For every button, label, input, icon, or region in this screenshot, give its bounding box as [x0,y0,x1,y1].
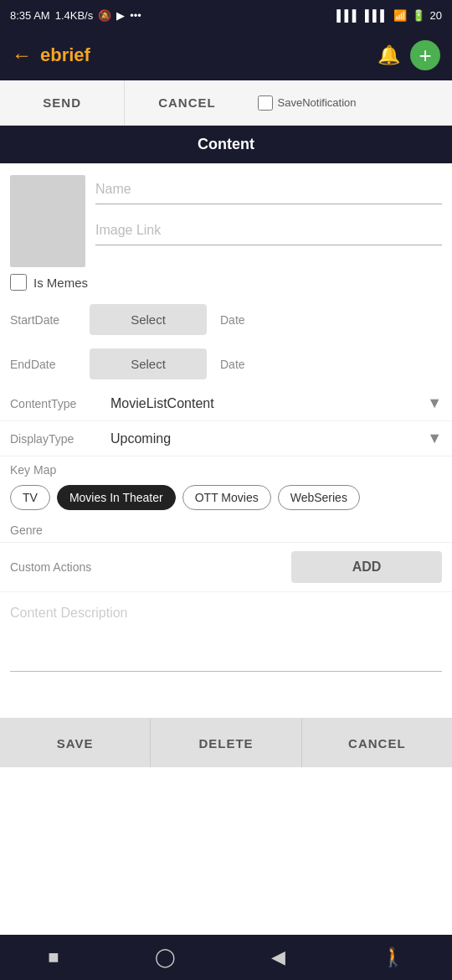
content-type-label: ContentType [10,397,110,410]
start-date-row: StartDate Select Date [0,297,452,342]
tag-chip-tv[interactable]: TV [10,485,50,510]
end-date-label: EndDate [10,358,81,371]
delete-button[interactable]: DELETE [151,719,301,767]
end-date-text: Date [220,358,245,371]
image-placeholder [10,175,85,267]
send-button[interactable]: SEND [0,80,125,126]
person-icon[interactable]: 🚶 [382,946,404,968]
content-type-row: ContentType MovieListContent ▼ [0,386,452,421]
youtube-icon: ▶ [116,9,125,22]
signal-icon2: ▌▌▌ [365,9,388,22]
start-date-text: Date [220,313,245,327]
content-type-arrow-icon: ▼ [427,395,442,412]
plus-icon: + [419,43,431,69]
time: 8:35 AM [10,9,50,22]
mute-icon: 🔕 [98,9,111,22]
content-description-underline [10,671,442,672]
battery-level: 20 [430,9,442,22]
genre-row: Genre [0,518,452,543]
fields-column [95,175,442,257]
form-area: Is Memes StartDate Select Date EndDate S… [0,163,452,693]
content-type-select[interactable]: MovieListContent [110,396,427,410]
wifi-icon: 📶 [393,9,407,22]
tag-chip-ott-movies[interactable]: OTT Movies [182,485,271,510]
add-action-button[interactable]: ADD [291,551,442,583]
stop-icon[interactable]: ■ [48,946,59,968]
app-bar: ← ebrief 🔔 + [0,30,452,80]
network-speed: 1.4KB/s [55,9,94,22]
display-type-label: DisplayType [10,432,110,446]
start-date-select-button[interactable]: Select [90,304,207,335]
back-nav-icon[interactable]: ◀ [271,946,285,968]
start-date-label: StartDate [10,313,81,327]
app-title: ebrief [40,44,367,66]
save-button[interactable]: SAVE [0,719,151,767]
bell-icon: 🔔 [378,44,400,65]
status-right: ▌▌▌ ▌▌▌ 📶 🔋 20 [336,9,442,22]
save-notification-label: SaveNotification [278,96,357,109]
tag-chip-web-series[interactable]: WebSeries [278,485,360,510]
save-notification-checkbox[interactable] [258,95,273,111]
status-bar: 8:35 AM 1.4KB/s 🔕 ▶ ••• ▌▌▌ ▌▌▌ 📶 🔋 20 [0,0,452,30]
nav-bar: ■ ◯ ◀ 🚶 [0,935,452,980]
end-date-select-button[interactable]: Select [90,348,207,379]
display-type-select[interactable]: Upcoming [110,431,427,446]
more-icon: ••• [130,9,141,22]
content-title: Content [198,136,254,152]
signal-icon: ▌▌▌ [336,9,360,22]
image-link-input[interactable] [95,216,442,245]
battery-icon: 🔋 [412,9,425,22]
add-circle-icon: + [410,40,440,70]
content-header: Content [0,126,452,163]
tag-chip-movies-in-theater[interactable]: Movies In Theater [57,485,176,510]
content-description-placeholder: Content Description [10,606,128,620]
is-memes-row: Is Memes [0,267,452,297]
bottom-action-bar: SAVE DELETE CANCEL [0,718,452,767]
back-button[interactable]: ← [12,44,32,67]
status-left: 8:35 AM 1.4KB/s 🔕 ▶ ••• [10,9,141,22]
key-map-label: Key Map [0,456,452,480]
notification-button[interactable]: 🔔 [378,44,400,66]
top-cancel-button[interactable]: CANCEL [125,80,249,126]
top-action-bar: SEND CANCEL SaveNotification [0,80,452,126]
save-notification-row: SaveNotification [249,95,452,111]
custom-actions-row: Custom Actions ADD [0,543,452,592]
end-date-row: EndDate Select Date [0,342,452,386]
custom-actions-label: Custom Actions [10,560,291,574]
image-name-row [0,163,452,267]
is-memes-checkbox[interactable] [10,274,27,291]
tags-row: TVMovies In TheaterOTT MoviesWebSeries [0,480,452,518]
display-type-arrow-icon: ▼ [427,430,442,447]
is-memes-label: Is Memes [33,276,88,290]
content-description-area: Content Description [0,592,452,693]
cancel-button[interactable]: CANCEL [302,719,452,767]
display-type-row: DisplayType Upcoming ▼ [0,421,452,456]
home-circle-icon[interactable]: ◯ [155,946,176,968]
name-input[interactable] [95,175,442,204]
add-button[interactable]: + [410,40,440,70]
